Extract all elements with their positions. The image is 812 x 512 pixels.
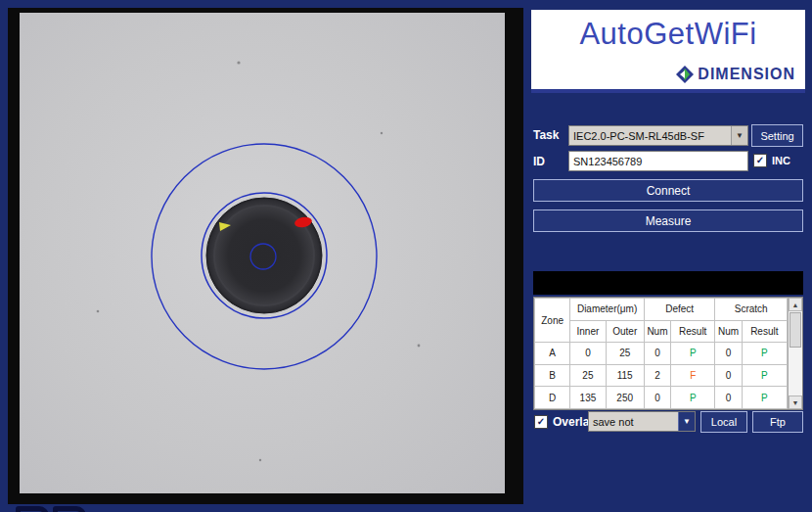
results-table: Zone Diameter(μm) Defect Scratch Inner O… [534, 298, 788, 409]
scrollbar-thumb[interactable] [789, 312, 801, 348]
results-table-area: Zone Diameter(μm) Defect Scratch Inner O… [533, 297, 803, 410]
col-group-diameter: Diameter(μm) [570, 299, 645, 321]
clipped-logo-shape [16, 506, 49, 512]
camera-letterbox-left [8, 8, 20, 504]
defect-result-cell: P [671, 387, 715, 409]
inner-cell: 135 [570, 387, 606, 409]
local-button[interactable]: Local [700, 411, 747, 433]
chevron-down-icon[interactable]: ▼ [678, 412, 695, 431]
dimension-logo-icon [676, 66, 694, 83]
connect-button[interactable]: Connect [533, 179, 803, 202]
zone-cell: A [535, 343, 570, 365]
table-group-header-row: Zone Diameter(μm) Defect Scratch [535, 299, 788, 321]
task-dropdown-value: IEC2.0-PC-SM-RL45dB-SF [569, 130, 731, 142]
scratch-num-cell: 0 [715, 343, 742, 365]
scroll-down-icon[interactable]: ▼ [789, 396, 802, 409]
save-mode-value: save not [589, 416, 678, 428]
defect-result-cell: P [671, 343, 715, 365]
app-title: AutoGetWiFi [531, 17, 805, 52]
zone-cell: D [535, 387, 570, 409]
header: AutoGetWiFi DIMENSION [531, 10, 805, 93]
zone-cell: B [535, 364, 570, 387]
camera-letterbox-top [8, 8, 523, 13]
defect-result-cell: F [671, 364, 715, 387]
col-header-inner: Inner [570, 320, 606, 343]
col-header-scratch-num: Num [715, 320, 742, 343]
inc-label: INC [772, 155, 790, 166]
camera-letterbox-right [505, 8, 523, 504]
task-label: Task [533, 128, 559, 142]
outer-cell: 250 [606, 387, 644, 409]
scratch-num-cell: 0 [715, 364, 742, 387]
defect-num-cell: 0 [644, 387, 670, 409]
table-sub-header-row: Inner Outer Num Result Num Result [535, 320, 788, 343]
status-display [533, 271, 803, 295]
inner-cell: 0 [570, 343, 606, 365]
task-dropdown[interactable]: IEC2.0-PC-SM-RL45dB-SF ▼ [568, 125, 748, 146]
col-header-outer: Outer [606, 320, 644, 343]
col-group-scratch: Scratch [715, 299, 788, 321]
ftp-button[interactable]: Ftp [752, 411, 803, 433]
id-label: ID [533, 155, 545, 168]
chevron-down-icon[interactable]: ▼ [731, 126, 747, 145]
brand-name: DIMENSION [698, 66, 795, 83]
col-header-defect-num: Num [644, 320, 670, 343]
id-input[interactable] [568, 151, 748, 171]
col-header-scratch-result: Result [742, 320, 787, 343]
overlay-checkbox-row: ✓ Overlay [534, 415, 596, 429]
overlay-checkbox[interactable]: ✓ [534, 415, 548, 429]
inc-checkbox-row: ✓ INC [753, 154, 790, 167]
table-row: D 135 250 0 P 0 P [535, 387, 788, 409]
camera-letterbox-bottom [8, 493, 523, 504]
inner-cell: 25 [570, 364, 606, 387]
col-header-defect-result: Result [671, 320, 715, 343]
outer-cell: 115 [606, 364, 644, 387]
scratch-result-cell: P [742, 364, 787, 387]
table-scrollbar[interactable]: ▲ ▼ [788, 298, 802, 409]
scratch-result-cell: P [742, 387, 787, 409]
inc-checkbox[interactable]: ✓ [753, 154, 767, 167]
measure-button[interactable]: Measure [533, 209, 803, 232]
col-group-defect: Defect [644, 299, 715, 321]
defect-num-cell: 2 [644, 364, 670, 387]
clipped-logo-shape [53, 506, 86, 512]
table-row: B 25 115 2 F 0 P [535, 364, 788, 387]
fiber-endface-overlay [8, 8, 523, 504]
col-header-zone: Zone [535, 299, 570, 343]
defect-num-cell: 0 [644, 343, 670, 365]
scratch-result-cell: P [742, 343, 787, 365]
table-row: A 0 25 0 P 0 P [535, 343, 788, 365]
outer-cell: 25 [606, 343, 644, 365]
app-window: AutoGetWiFi DIMENSION Task IEC2.0-PC-SM-… [0, 0, 812, 512]
scratch-num-cell: 0 [715, 387, 742, 409]
camera-view [8, 8, 523, 504]
save-mode-dropdown[interactable]: save not ▼ [588, 411, 696, 432]
brand-logo: DIMENSION [676, 66, 795, 83]
setting-button[interactable]: Setting [751, 124, 803, 147]
scroll-up-icon[interactable]: ▲ [789, 298, 802, 311]
ferrule-endface [206, 198, 322, 313]
